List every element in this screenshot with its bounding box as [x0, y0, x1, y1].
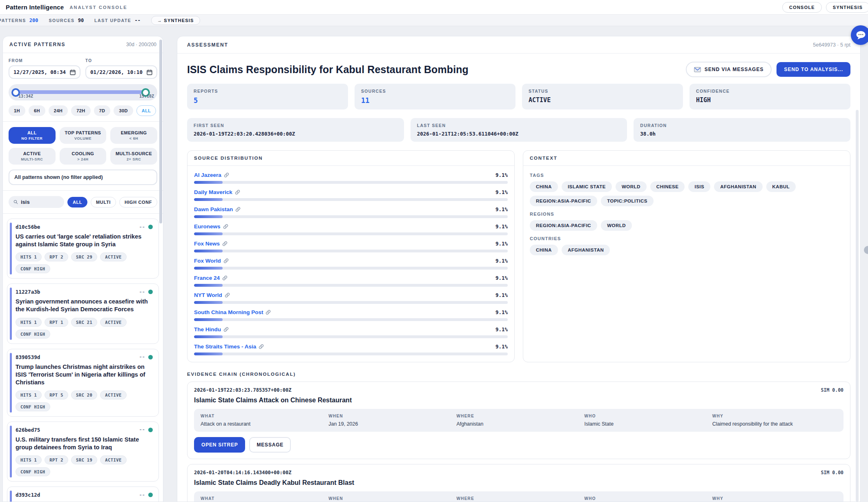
- search-filter-all[interactable]: ALL: [67, 197, 87, 207]
- send-to-analysis-button[interactable]: SEND TO ANALYSIS...: [777, 62, 850, 77]
- region-pill[interactable]: REGION:ASIA-PACIFIC: [530, 220, 597, 231]
- trend-dashes: --: [139, 427, 145, 433]
- region-pill[interactable]: WORLD: [601, 220, 632, 231]
- last-update-label: LAST UPDATE: [94, 18, 131, 23]
- source-link[interactable]: Fox World: [194, 258, 229, 264]
- tag-pill[interactable]: TOPIC:POLITICS: [601, 196, 654, 206]
- tag-pill[interactable]: AFGHANISTAN: [714, 181, 762, 192]
- pattern-title: Trump launches Christmas night airstrike…: [16, 363, 153, 386]
- calendar-icon[interactable]: [147, 69, 152, 75]
- time-preset-button[interactable]: 72H: [71, 105, 90, 116]
- source-link[interactable]: NYT World: [194, 292, 230, 298]
- calendar-icon[interactable]: [70, 69, 76, 75]
- source-link[interactable]: Euronews: [194, 223, 228, 230]
- tag-pill[interactable]: CHINESE: [650, 181, 685, 192]
- time-range-slider[interactable]: 13:34Z 15:10Z: [9, 84, 157, 100]
- context-panel: CONTEXT TAGS CHINAISLAMIC STATEWORLDCHIN…: [523, 150, 850, 362]
- country-pill[interactable]: AFGHANISTAN: [562, 245, 610, 255]
- time-preset-buttons: 1H 6H 24H 72H 7D 30D ALL: [9, 105, 157, 116]
- source-bar-track: [194, 232, 508, 235]
- time-preset-button[interactable]: ALL: [136, 105, 156, 116]
- filter-chip-label: ALL: [10, 130, 54, 135]
- evidence-field-label: WHERE: [456, 496, 581, 501]
- filter-chip[interactable]: ALL NO FILTER: [9, 127, 56, 144]
- source-link[interactable]: The Hindu: [194, 326, 229, 332]
- stats-row-secondary: FIRST SEEN 2026-01-19T22:03:20.428036+00…: [177, 116, 860, 142]
- assessment-title: ISIS Claims Responsibility for Kabul Res…: [187, 64, 469, 76]
- time-preset-button[interactable]: 7D: [94, 105, 111, 116]
- source-link[interactable]: The Straits Times - Asia: [194, 344, 264, 350]
- stat-card: DURATION 38.0h: [634, 118, 850, 142]
- evidence-field: WHAT Deadly blast at a restaurant: [201, 496, 325, 502]
- trend-dashes: --: [139, 289, 145, 295]
- tag-pill[interactable]: WORLD: [616, 181, 647, 192]
- synthesis-quick-button[interactable]: → SYNTHESIS: [151, 16, 200, 25]
- source-percent: 9.1%: [495, 223, 508, 230]
- tag-pill[interactable]: CHINA: [530, 181, 558, 192]
- source-bar-fill: [194, 284, 223, 287]
- assessment-title-row: ISIS Claims Responsibility for Kabul Res…: [177, 54, 860, 81]
- search-filter-multi[interactable]: MULTI: [91, 197, 116, 207]
- evidence-action-button[interactable]: OPEN SITREP: [194, 437, 245, 453]
- sidebar-scrollbar[interactable]: [159, 40, 162, 223]
- source-link[interactable]: Al Jazeera: [194, 172, 229, 178]
- filter-chip[interactable]: EMERGING < 6H: [110, 127, 157, 144]
- filter-chip[interactable]: MULTI-SOURCE 2+ SRC: [110, 148, 157, 165]
- source-link[interactable]: Fox News: [194, 241, 228, 247]
- evidence-action-button[interactable]: MESSAGE: [249, 437, 291, 453]
- pattern-card[interactable]: 626bed75 -- U.S. military transfers firs…: [7, 422, 159, 482]
- panel-collapse-handle[interactable]: [864, 246, 868, 254]
- time-preset-button[interactable]: 30D: [114, 105, 133, 116]
- pattern-card[interactable]: 8390539d -- Trump launches Christmas nig…: [7, 349, 159, 417]
- main-scrollbar[interactable]: [856, 110, 859, 502]
- country-pill[interactable]: CHINA: [530, 245, 558, 255]
- tag-pill[interactable]: KABUL: [766, 181, 796, 192]
- pattern-card[interactable]: d10c56be -- US carries out 'large scale'…: [7, 219, 159, 279]
- tag-pill[interactable]: ISIS: [688, 181, 710, 192]
- source-percent: 9.1%: [495, 275, 508, 281]
- time-preset-button[interactable]: 1H: [9, 105, 25, 116]
- filter-chip-sublabel: > 24H: [61, 157, 105, 161]
- search-input[interactable]: [21, 199, 59, 205]
- evidence-field: WHO Islamic State group: [585, 496, 709, 502]
- source-bar-track: [194, 335, 508, 338]
- tag-pill[interactable]: REGION:ASIA-PACIFIC: [530, 196, 597, 206]
- pattern-title: US carries out 'large scale' retaliation…: [16, 233, 153, 248]
- source-link[interactable]: Daily Maverick: [194, 189, 240, 195]
- source-bar-fill: [194, 267, 223, 270]
- source-link[interactable]: Dawn Pakistan: [194, 206, 241, 212]
- link-icon: [222, 275, 228, 281]
- synthesis-nav-button[interactable]: SYNTHESIS: [826, 2, 868, 13]
- evidence-field: WHO Islamic State: [585, 414, 709, 427]
- tag-pill[interactable]: ISLAMIC STATE: [562, 181, 612, 192]
- link-icon: [266, 310, 271, 315]
- pattern-card[interactable]: 11227a3b -- Syrian government announces …: [7, 283, 159, 344]
- to-date-value: 01/22/2026, 10:10: [90, 69, 143, 75]
- search-box[interactable]: [9, 196, 64, 208]
- search-filter-high-conf[interactable]: HIGH CONF: [119, 197, 157, 207]
- pattern-card[interactable]: d393c12d -- US kills al-Qaeda affiliate …: [7, 486, 159, 502]
- to-date-input[interactable]: 01/22/2026, 10:10: [85, 65, 157, 79]
- send-via-messages-button[interactable]: SEND VIA MESSAGES: [686, 62, 772, 77]
- time-preset-button[interactable]: 24H: [49, 105, 68, 116]
- source-row: Al Jazeera 9.1%: [194, 172, 508, 184]
- evidence-field-label: WHY: [712, 414, 837, 418]
- source-name: South China Morning Post: [194, 309, 263, 315]
- filter-chip[interactable]: ACTIVE MULTI-SRC: [9, 148, 56, 165]
- pattern-badge: SRC 20: [71, 390, 97, 399]
- source-link[interactable]: South China Morning Post: [194, 309, 271, 315]
- filter-chip[interactable]: TOP PATTERNS VOLUME: [60, 127, 107, 144]
- chat-fab-button[interactable]: [851, 25, 868, 45]
- source-row: Euronews 9.1%: [194, 223, 508, 235]
- console-nav-button[interactable]: CONSOLE: [782, 2, 822, 13]
- source-link[interactable]: France 24: [194, 275, 228, 281]
- filter-chip-label: TOP PATTERNS: [61, 130, 105, 135]
- filter-chip[interactable]: COOLING > 24H: [60, 148, 107, 165]
- to-label: TO: [85, 58, 157, 63]
- source-bar-fill: [194, 250, 223, 252]
- time-preset-button[interactable]: 6H: [29, 105, 45, 116]
- source-bar-fill: [194, 301, 223, 304]
- stat-card: FIRST SEEN 2026-01-19T22:03:20.428036+00…: [187, 118, 404, 142]
- from-date-input[interactable]: 12/27/2025, 08:34: [9, 65, 80, 79]
- pattern-badges: HITS 1 RPT 2 SRC 19 ACTIVE CONF HIGH: [16, 455, 153, 476]
